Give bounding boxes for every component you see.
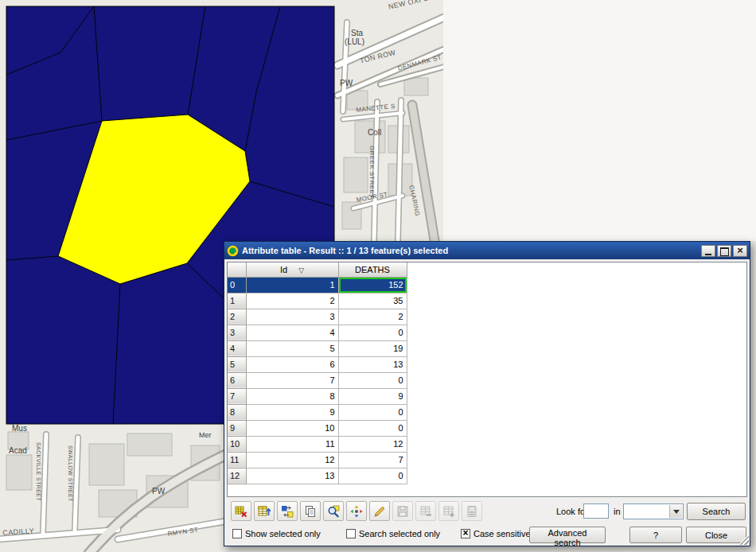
- row-header[interactable]: 9: [228, 420, 246, 436]
- toggle-editing-button[interactable]: [369, 501, 390, 521]
- pan-to-selection-button[interactable]: [346, 501, 367, 521]
- corner-header[interactable]: [228, 262, 246, 277]
- window-titlebar[interactable]: Attribute table - Result :: 1 / 13 featu…: [224, 242, 750, 259]
- close-button[interactable]: [733, 245, 747, 257]
- qgis-app-icon: [227, 245, 239, 257]
- open-field-calculator-icon: [466, 505, 478, 518]
- show-selected-only-checkbox[interactable]: [232, 529, 242, 538]
- table-row: 12130: [228, 468, 407, 484]
- save-edits-button[interactable]: [392, 501, 413, 521]
- close-button[interactable]: Close: [686, 527, 746, 543]
- row-header[interactable]: 6: [228, 372, 246, 388]
- column-header-id[interactable]: Id▽: [246, 262, 338, 277]
- copy-selected-rows-icon: [304, 505, 317, 518]
- attribute-toolbar: Look for in Search: [227, 500, 747, 523]
- cell-id[interactable]: 9: [246, 404, 338, 420]
- advanced-search-button[interactable]: Advanced search: [529, 527, 606, 543]
- delete-column-icon: [419, 505, 432, 518]
- open-field-calculator-button[interactable]: [462, 501, 482, 521]
- cell-id[interactable]: 7: [246, 372, 338, 388]
- case-sensitive-checkbox[interactable]: [461, 529, 470, 538]
- qgis-workspace: NEW OXFORDSta(LUL)TON ROWPWDENMARK STMAN…: [0, 0, 756, 552]
- cell-deaths[interactable]: 7: [338, 452, 407, 468]
- cell-deaths[interactable]: 13: [338, 356, 407, 372]
- table-row: 890: [228, 404, 407, 420]
- table-row: 9100: [228, 420, 407, 436]
- cell-id[interactable]: 11: [246, 436, 338, 452]
- toolbar-buttons: [231, 501, 482, 521]
- cell-id[interactable]: 5: [246, 340, 338, 356]
- table-row: 340: [228, 325, 407, 340]
- search-button[interactable]: Search: [687, 503, 746, 520]
- unselect-all-button[interactable]: [231, 501, 251, 521]
- row-header[interactable]: 12: [228, 468, 246, 484]
- pan-to-selection-icon: [350, 505, 363, 518]
- cell-id[interactable]: 13: [246, 468, 338, 484]
- cell-deaths[interactable]: 0: [338, 468, 407, 484]
- cell-id[interactable]: 3: [246, 309, 338, 325]
- invert-selection-icon: [281, 505, 294, 518]
- row-header[interactable]: 2: [228, 309, 246, 325]
- case-sensitive-option[interactable]: Case sensitive: [461, 529, 531, 538]
- attribute-table-window: Attribute table - Result :: 1 / 13 featu…: [224, 241, 750, 546]
- row-header[interactable]: 8: [228, 404, 246, 420]
- cell-deaths[interactable]: 35: [338, 293, 407, 309]
- cell-id[interactable]: 1: [246, 277, 338, 293]
- cell-deaths[interactable]: 19: [338, 340, 407, 356]
- dropdown-button[interactable]: [669, 505, 682, 518]
- new-column-button[interactable]: [438, 501, 459, 521]
- cell-deaths[interactable]: 2: [338, 309, 407, 325]
- minimize-button[interactable]: [701, 245, 715, 257]
- cell-deaths[interactable]: 0: [338, 372, 407, 388]
- attribute-table[interactable]: Id▽ DEATHS 01152123523234045195613670789…: [227, 262, 747, 497]
- search-selected-only-label: Search selected only: [359, 529, 440, 538]
- zoom-to-selection-button[interactable]: [323, 501, 344, 521]
- maximize-button[interactable]: [717, 245, 731, 257]
- column-header-deaths[interactable]: DEATHS: [338, 262, 407, 277]
- cell-deaths[interactable]: 152: [338, 277, 407, 293]
- table-row: 5613: [228, 356, 407, 372]
- table-row: 1235: [228, 293, 407, 309]
- search-field-select[interactable]: [623, 503, 684, 519]
- row-header[interactable]: 1: [228, 293, 246, 309]
- row-header[interactable]: 11: [228, 452, 246, 468]
- cell-deaths[interactable]: 9: [338, 388, 407, 404]
- zoom-to-selection-icon: [327, 505, 340, 518]
- table-row: 101112: [228, 436, 407, 452]
- row-header[interactable]: 7: [228, 388, 246, 404]
- help-button[interactable]: ?: [629, 527, 682, 543]
- table-row: 670: [228, 372, 407, 388]
- case-sensitive-label: Case sensitive: [473, 529, 531, 538]
- show-selected-only-option[interactable]: Show selected only: [232, 529, 321, 538]
- cell-deaths[interactable]: 0: [338, 404, 407, 420]
- row-header[interactable]: 3: [228, 325, 246, 340]
- sort-indicator-icon: ▽: [298, 266, 304, 274]
- row-header[interactable]: 10: [228, 436, 246, 452]
- unselect-all-icon: [235, 505, 247, 518]
- dialog-footer: Show selected only Search selected only …: [227, 526, 747, 546]
- row-header[interactable]: 0: [228, 277, 246, 293]
- look-for-input[interactable]: [583, 503, 609, 519]
- delete-column-button[interactable]: [415, 501, 436, 521]
- cell-deaths[interactable]: 0: [338, 325, 407, 340]
- in-label: in: [614, 507, 621, 516]
- cell-deaths[interactable]: 12: [338, 436, 407, 452]
- attribute-grid: Id▽ DEATHS 01152123523234045195613670789…: [228, 262, 407, 484]
- cell-id[interactable]: 4: [246, 325, 338, 340]
- search-selected-only-option[interactable]: Search selected only: [346, 529, 440, 538]
- move-selection-to-top-button[interactable]: [254, 501, 275, 521]
- cell-id[interactable]: 2: [246, 293, 338, 309]
- table-row: 11127: [228, 452, 407, 468]
- cell-id[interactable]: 6: [246, 356, 338, 372]
- cell-deaths[interactable]: 0: [338, 420, 407, 436]
- table-row: 4519: [228, 340, 407, 356]
- row-header[interactable]: 5: [228, 356, 246, 372]
- row-header[interactable]: 4: [228, 340, 246, 356]
- toggle-editing-icon: [373, 505, 386, 518]
- invert-selection-button[interactable]: [277, 501, 298, 521]
- copy-selected-rows-button[interactable]: [300, 501, 321, 521]
- cell-id[interactable]: 10: [246, 420, 338, 436]
- cell-id[interactable]: 12: [246, 452, 338, 468]
- search-selected-only-checkbox[interactable]: [346, 529, 356, 538]
- cell-id[interactable]: 8: [246, 388, 338, 404]
